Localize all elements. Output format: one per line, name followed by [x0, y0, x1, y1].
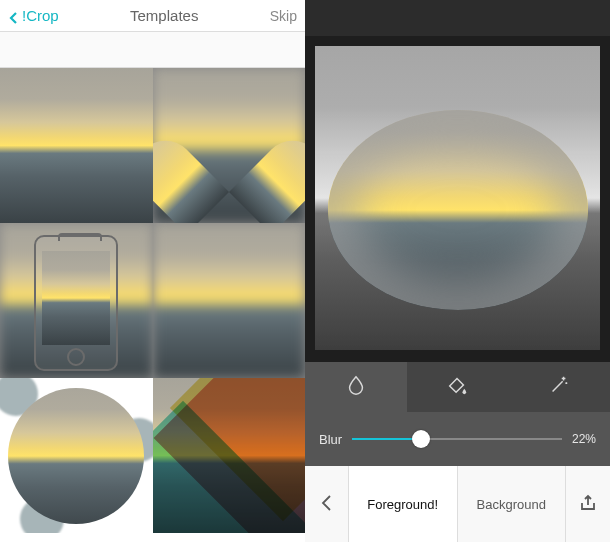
- tool-fill[interactable]: [407, 362, 509, 412]
- tool-magic[interactable]: [508, 362, 610, 412]
- tool-blur[interactable]: [305, 362, 407, 412]
- editor-top-bar: [305, 0, 610, 36]
- heart-shape-icon: [153, 68, 306, 223]
- drop-icon: [345, 374, 367, 400]
- template-phone[interactable]: [0, 223, 153, 378]
- sunset-thumbnail: [42, 251, 110, 345]
- navbar: !Crop Templates Skip: [0, 0, 305, 32]
- skip-button[interactable]: Skip: [270, 8, 297, 24]
- canvas-focus-area: [328, 110, 588, 310]
- back-button[interactable]: [305, 466, 349, 542]
- back-label: !Crop: [22, 7, 59, 24]
- share-icon: [579, 494, 597, 515]
- page-title: Templates: [130, 7, 198, 24]
- toolbar-strip: [0, 32, 305, 68]
- geometric-overlay-icon: [153, 378, 306, 533]
- template-blur[interactable]: [153, 223, 306, 378]
- blur-slider-row: Blur 22%: [305, 412, 610, 466]
- tab-foreground[interactable]: Foreground!: [349, 466, 458, 542]
- tool-tabs: [305, 362, 610, 412]
- chevron-left-icon: [318, 494, 336, 515]
- chevron-left-icon: [8, 10, 20, 22]
- template-plain[interactable]: [0, 68, 153, 223]
- template-heart[interactable]: [153, 68, 306, 223]
- templates-screen: !Crop Templates Skip: [0, 0, 305, 542]
- phone-frame-icon: [34, 235, 118, 371]
- back-button[interactable]: !Crop: [8, 7, 59, 24]
- share-button[interactable]: [566, 466, 610, 542]
- tab-background[interactable]: Background: [458, 466, 567, 542]
- template-geometric[interactable]: [153, 378, 306, 533]
- slider-thumb[interactable]: [412, 430, 430, 448]
- editor-canvas[interactable]: [315, 46, 600, 350]
- editor-screen: Blur 22% Foreground! Background: [305, 0, 610, 542]
- templates-grid: [0, 68, 305, 542]
- blur-slider[interactable]: [352, 438, 562, 440]
- magic-wand-icon: [548, 374, 570, 400]
- sunset-thumbnail: [0, 68, 153, 223]
- paint-bucket-icon: [446, 374, 468, 400]
- sunset-thumbnail-blur: [153, 223, 306, 378]
- slider-fill: [352, 438, 421, 440]
- slider-label: Blur: [319, 432, 342, 447]
- circle-clip: [8, 388, 144, 524]
- bottom-bar: Foreground! Background: [305, 466, 610, 542]
- template-splash[interactable]: [0, 378, 153, 533]
- slider-value: 22%: [572, 432, 596, 446]
